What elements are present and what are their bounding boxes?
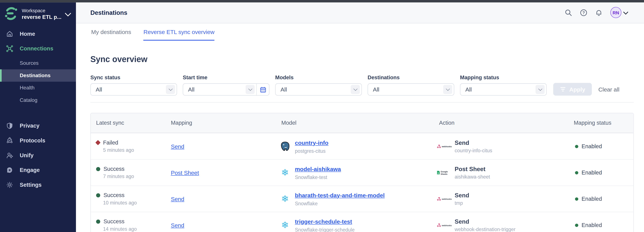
search-icon[interactable] [565,9,572,16]
filter-label: Mapping status [460,74,546,80]
sync-status-text: Success [104,192,124,198]
action-subtitle: webhook-destination-trigger [455,226,516,232]
avatar[interactable]: RN [610,7,622,18]
sidebar-item-health[interactable]: Health [0,81,76,94]
home-icon [6,30,13,37]
webhooks-logo: webhooks [437,223,452,227]
webhooks-logo: webhooks [437,144,452,149]
latest-sync-cell: Success 14 minutes ago [91,218,166,232]
enabled-dot-icon [575,145,578,148]
column-header-mapping: Mapping [166,120,276,126]
model-link[interactable]: trigger-schedule-test [295,218,352,225]
help-icon[interactable]: ? [580,9,588,16]
mapping-status-cell: Enabled [568,222,633,228]
workspace-label: Workspace [22,8,62,14]
mapping-link[interactable]: Send [171,196,184,202]
latest-sync-cell: Success 10 minutes ago [91,192,166,206]
select-value: All [368,86,443,93]
model-cell: ❄ model-aishikawa Snowflake-test [276,165,434,180]
mapping-status-cell: Enabled [568,143,633,149]
mapping-cell: Send [166,195,276,203]
model-cell: country-info postgres-citus [276,139,434,154]
destinations-select[interactable]: All [368,83,454,96]
mapping-link[interactable]: Send [171,222,184,229]
tab-my-destinations[interactable]: My destinations [91,23,131,41]
google-sheets-icon [437,170,440,175]
action-subtitle: country-info-citus [455,148,492,153]
table-row: Success 14 minutes ago Send ❄ trigger-sc… [91,212,633,232]
protocols-icon [6,137,13,144]
snowflake-icon: ❄ [280,168,290,178]
enabled-dot-icon [575,224,578,227]
filter-sync-status: Sync status All [90,74,177,96]
apply-button[interactable]: Apply [553,83,592,96]
top-bar-actions: ? RN [565,7,628,18]
sidebar-item-label: Engage [20,167,40,173]
bell-icon[interactable] [595,9,602,16]
sync-status-select[interactable]: All [90,83,177,96]
action-cell: webhooks Send tmp [434,192,568,206]
postgresql-icon [280,141,290,152]
sidebar-item-label: Destinations [20,72,50,78]
page-title: Destinations [90,9,127,16]
sidebar-item-label: Privacy [20,123,39,129]
start-time-select[interactable]: All [183,83,270,96]
filter-label: Start time [183,74,270,80]
snowflake-icon: ❄ [280,194,290,204]
sync-status-text: Success [104,166,124,172]
content: Sync overview Sync status All Start time… [76,55,644,232]
mapping-link[interactable]: Send [171,143,184,150]
mapping-link[interactable]: Post Sheet [171,169,199,176]
user-menu[interactable]: RN [610,7,628,18]
sidebar-item-home[interactable]: Home [0,26,76,41]
model-source-text: postgres-citus [295,148,328,154]
sidebar-item-unify[interactable]: Unify [0,148,76,163]
action-cell: webhooks Send country-info-citus [434,139,568,153]
sidebar-item-label: Sources [20,60,38,66]
action-subtitle: tmp [455,200,469,206]
webhooks-logo-text: webhooks [442,145,452,147]
webhooks-logo-text: webhooks [442,224,452,226]
mapping-cell: Send [166,221,276,229]
engage-icon [6,167,13,174]
model-link[interactable]: model-aishikawa [295,166,341,172]
unify-icon [6,152,13,159]
model-link[interactable]: bharath-test-day-and-time-model [295,192,385,199]
sidebar-item-connections[interactable]: Connections [0,41,76,56]
sidebar-item-catalog[interactable]: Catalog [0,94,76,106]
action-cell: Google Sheets Post Sheet aishikawa-sheet [434,166,568,180]
connections-icon [6,45,13,52]
model-source-text: Snowflake-test [295,174,341,180]
action-title: Post Sheet [455,166,490,172]
action-cell: webhooks Send webhook-destination-trigge… [434,218,568,232]
webhooks-icon [437,197,441,201]
tab-reverse-etl-sync-overview[interactable]: Reverse ETL sync overview [144,23,214,41]
clear-all-link[interactable]: Clear all [598,86,620,93]
sync-time-text: 10 minutes ago [103,200,166,206]
filter-destinations: Destinations All [368,74,454,96]
sidebar-item-label: Health [20,85,34,91]
apply-label: Apply [569,86,585,93]
sidebar-item-sources[interactable]: Sources [0,57,76,69]
chevron-down-icon [166,85,175,94]
sidebar-nav-top: Home Connections [0,26,76,106]
enabled-dot-icon [575,197,578,201]
sidebar-item-privacy[interactable]: Privacy [0,118,76,133]
sidebar-item-settings[interactable]: Settings [0,178,76,192]
filter-start-time: Start time All [183,74,270,96]
workspace-switcher[interactable]: Workspace reverse ETL p... [0,2,76,23]
sidebar-item-protocols[interactable]: Protocols [0,133,76,148]
sidebar-item-destinations[interactable]: Destinations [0,69,76,81]
models-select[interactable]: All [275,83,362,96]
calendar-icon[interactable] [256,84,269,95]
sidebar-item-engage[interactable]: Engage [0,163,76,178]
table-row: Failed 5 minutes ago Send [91,133,633,159]
workspace-chevron-down-icon[interactable] [65,10,71,16]
sync-status-text: Failed [103,140,118,146]
model-link[interactable]: country-info [295,139,328,146]
window-top-strip [0,0,644,2]
workspace-name: reverse ETL p... [22,14,62,21]
rudderstack-logo-icon [4,6,18,22]
mapping-status-select[interactable]: All [460,83,546,96]
mapping-status-text: Enabled [582,143,602,149]
